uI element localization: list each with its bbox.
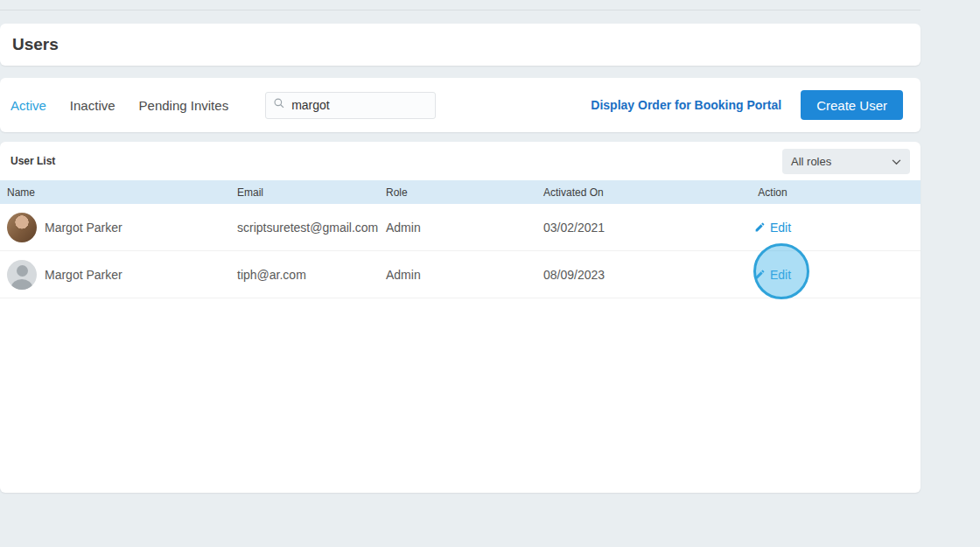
edit-label: Edit xyxy=(770,221,791,235)
search-input[interactable] xyxy=(291,98,414,112)
tab-pending-invites[interactable]: Pending Invites xyxy=(139,98,229,113)
column-header-activated-on: Activated On xyxy=(536,186,703,199)
create-user-button[interactable]: Create User xyxy=(801,90,903,120)
tab-active[interactable]: Active xyxy=(10,98,46,113)
column-header-action: Action xyxy=(703,186,843,199)
avatar xyxy=(7,213,37,242)
cell-role: Admin xyxy=(379,268,536,282)
pencil-icon xyxy=(754,269,766,280)
list-header: User List All roles xyxy=(0,142,920,180)
column-header-name: Name xyxy=(0,186,230,199)
cell-email: scriptsuretest@gmail.com xyxy=(230,221,379,235)
roles-filter-value: All roles xyxy=(791,155,831,168)
search-box[interactable] xyxy=(265,92,436,119)
page-content: Users Active Inactive Pending Invites Di… xyxy=(0,0,920,493)
chevron-down-icon xyxy=(892,155,901,168)
tabs: Active Inactive Pending Invites xyxy=(10,98,228,113)
display-order-link[interactable]: Display Order for Booking Portal xyxy=(591,98,781,112)
edit-label: Edit xyxy=(770,268,791,282)
table-row: Margot Parker scriptsuretest@gmail.com A… xyxy=(0,204,920,251)
edit-button[interactable]: Edit xyxy=(703,268,843,282)
tab-inactive[interactable]: Inactive xyxy=(70,98,116,113)
roles-filter-select[interactable]: All roles xyxy=(782,149,910,174)
cell-email: tiph@ar.com xyxy=(230,268,379,282)
list-title: User List xyxy=(10,155,55,167)
page-title: Users xyxy=(12,35,59,54)
user-list-card: User List All roles Name Email Role Acti… xyxy=(0,142,920,493)
top-divider xyxy=(0,0,920,11)
cell-role: Admin xyxy=(379,221,536,235)
table-header-row: Name Email Role Activated On Action xyxy=(0,180,920,204)
title-card: Users xyxy=(0,24,920,66)
user-name: Margot Parker xyxy=(45,268,122,282)
column-header-email: Email xyxy=(230,186,379,199)
column-header-role: Role xyxy=(379,186,536,199)
user-name: Margot Parker xyxy=(45,221,122,235)
cell-activated-on: 08/09/2023 xyxy=(536,268,703,282)
table-row: Margot Parker tiph@ar.com Admin 08/09/20… xyxy=(0,251,920,298)
search-icon xyxy=(273,97,285,113)
avatar-placeholder-icon xyxy=(7,260,37,290)
toolbar-card: Active Inactive Pending Invites Display … xyxy=(0,78,920,132)
cell-activated-on: 03/02/2021 xyxy=(536,221,703,235)
cell-name: Margot Parker xyxy=(0,213,230,242)
edit-button[interactable]: Edit xyxy=(703,221,843,235)
cell-name: Margot Parker xyxy=(0,260,230,290)
pencil-icon xyxy=(754,221,766,233)
